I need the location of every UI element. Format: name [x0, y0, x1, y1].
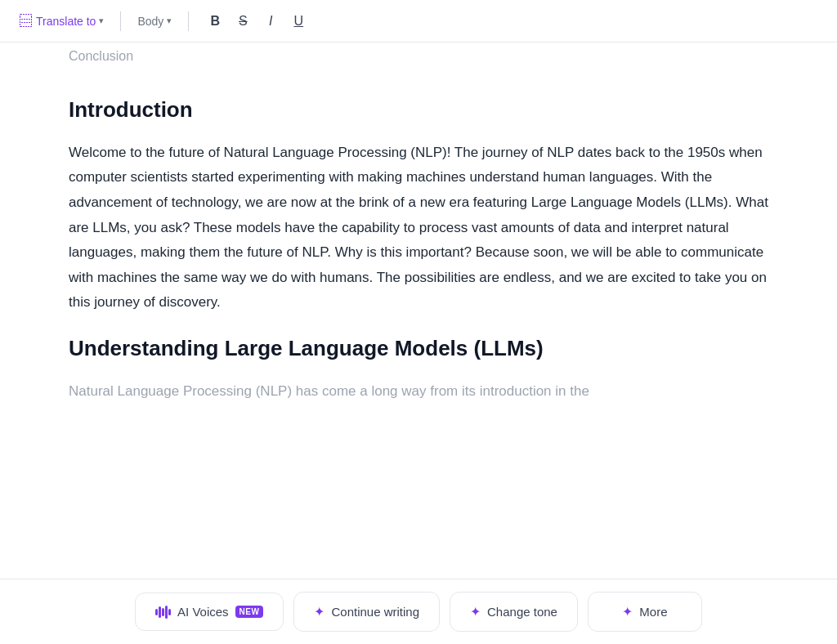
body-style-selector[interactable]: Body ▾	[131, 11, 178, 31]
body-style-label: Body	[137, 15, 163, 28]
section2-preview-text: Natural Language Processing (NLP) has co…	[69, 379, 768, 405]
conclusion-partial-text: Conclusion	[69, 42, 768, 77]
change-tone-button[interactable]: ✦ Change tone	[450, 592, 578, 632]
translate-icon: ⿳	[20, 14, 33, 29]
body-style-chevron-icon: ▾	[167, 16, 172, 26]
more-label: More	[639, 605, 667, 619]
toolbar-divider-2	[188, 11, 189, 31]
toolbar-divider-1	[120, 11, 121, 31]
translate-label: Translate to	[36, 15, 96, 28]
format-buttons-group: B S I U	[202, 8, 311, 34]
intro-body-text[interactable]: Welcome to the future of Natural Languag…	[69, 141, 768, 315]
continue-writing-label: Continue writing	[331, 605, 419, 619]
change-tone-sparkle-icon: ✦	[470, 604, 481, 619]
change-tone-label: Change tone	[487, 605, 557, 619]
ai-voices-new-badge: NEW	[235, 606, 264, 618]
italic-button[interactable]: I	[257, 8, 284, 34]
translate-to-button[interactable]: ⿳ Translate to ▾	[13, 11, 110, 32]
ai-voices-label: AI Voices	[177, 605, 229, 619]
strikethrough-button[interactable]: S	[230, 8, 256, 34]
content-area: Conclusion Introduction Welcome to the f…	[0, 42, 837, 579]
ai-voices-waveform-icon	[155, 606, 171, 619]
underline-button[interactable]: U	[285, 8, 311, 34]
toolbar: ⿳ Translate to ▾ Body ▾ B S I U	[0, 0, 837, 42]
section2-heading: Understanding Large Language Models (LLM…	[69, 335, 768, 363]
continue-writing-button[interactable]: ✦ Continue writing	[293, 592, 440, 632]
bottom-action-bar: AI Voices NEW ✦ Continue writing ✦ Chang…	[0, 579, 837, 644]
intro-heading: Introduction	[69, 96, 768, 124]
continue-writing-sparkle-icon: ✦	[314, 604, 325, 619]
translate-chevron-icon: ▾	[99, 16, 104, 26]
more-button[interactable]: ✦ More	[588, 592, 702, 632]
bold-button[interactable]: B	[202, 8, 228, 34]
more-sparkle-icon: ✦	[622, 604, 633, 619]
ai-voices-button[interactable]: AI Voices NEW	[135, 593, 284, 631]
